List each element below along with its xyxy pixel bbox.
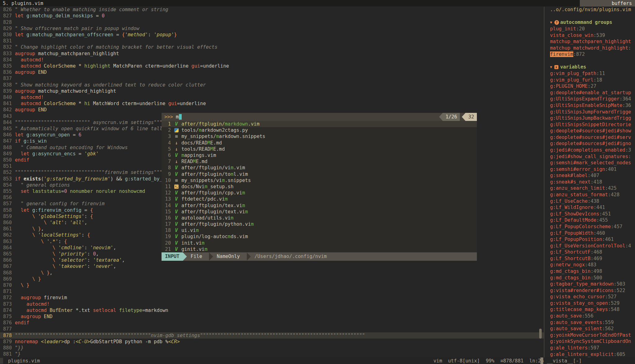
vista-tag-item[interactable]: g:UltiSnipsSnippetDirectorie bbox=[544, 121, 635, 128]
vista-tag-item[interactable]: g:PLUGIN_HOME:27 bbox=[544, 83, 635, 90]
editor-line[interactable]: 870 \ } bbox=[0, 282, 544, 288]
vista-tag-item[interactable]: g:deoplete#sources#jedi#igno bbox=[544, 140, 635, 147]
file-row[interactable]: 16Vautoload/utils.vim bbox=[162, 215, 477, 221]
editor-line[interactable]: 872 augroup firenvim bbox=[0, 295, 544, 301]
file-row[interactable]: 12Vafter/ftplugin/cpp.vim bbox=[162, 190, 477, 196]
vista-tag-item[interactable]: firenvim:872 bbox=[544, 51, 635, 58]
vista-tag-item[interactable]: g:auto_save:556 bbox=[544, 313, 635, 319]
chevron-down-icon[interactable]: ▼ bbox=[550, 65, 552, 69]
vista-tag-item[interactable]: g:UltiSnipsJumpBackwardTrigg bbox=[544, 115, 635, 122]
editor-line[interactable]: 830let g:matchup_matchparen_offscreen = … bbox=[0, 32, 544, 38]
vista-tag-item[interactable]: g:sneak#s_next:418 bbox=[544, 179, 635, 185]
editor-line[interactable]: 827let g:matchup_delim_noskips = 0 bbox=[0, 13, 544, 19]
file-row[interactable]: 15Vafter/ftplugin/text.vim bbox=[162, 209, 477, 215]
search-input[interactable]: m bbox=[176, 114, 179, 120]
vista-tag-item[interactable]: g:deoplete#sources#jedi#serv bbox=[544, 134, 635, 141]
vista-tag-item[interactable]: g:md_ctags_bin:500 bbox=[544, 274, 635, 281]
vista-tag-item[interactable]: g:Lf_DefaultMode:455 bbox=[544, 217, 635, 224]
editor-line[interactable]: 881"} bbox=[0, 351, 544, 357]
file-row[interactable]: 18Vui.vim bbox=[162, 227, 477, 233]
vista-tag-item[interactable]: g:ale_linters:597 bbox=[544, 345, 635, 351]
vista-tag-item[interactable]: g:Lf_PopupColorscheme:457 bbox=[544, 224, 635, 230]
editor-line[interactable]: 880"}} bbox=[0, 345, 544, 351]
editor-line[interactable]: 839augroup matchup_matchword_highlight bbox=[0, 88, 544, 94]
vista-tag-item[interactable]: g:Lf_PopupPosition:461 bbox=[544, 236, 635, 243]
vista-tag-item[interactable]: g:Lf_WildIgnore:441 bbox=[544, 204, 635, 211]
vista-tag-item[interactable]: g:deoplete#sources#jedi#show bbox=[544, 128, 635, 134]
vista-tag-item[interactable]: g:titlecase_map_keys:548 bbox=[544, 306, 635, 313]
vista-tag-item[interactable]: g:deoplete#enable_at_startup bbox=[544, 90, 635, 96]
file-row[interactable]: 5↓tools/README.md bbox=[162, 146, 477, 152]
vista-tag-item[interactable]: g:vim_plug_furl:18 bbox=[544, 77, 635, 83]
editor-line[interactable]: 842augroup END bbox=[0, 107, 544, 113]
file-row[interactable]: 19Vplugin/log-autocmds.vim bbox=[162, 233, 477, 240]
editor-line[interactable]: 869 \ } bbox=[0, 276, 544, 282]
file-row[interactable]: 4↓docs/README.md bbox=[162, 140, 477, 146]
file-row[interactable]: 8Vafter/ftplugin/vim.vim bbox=[162, 165, 477, 171]
editor-line[interactable]: 838" Show matching keyword as underlined… bbox=[0, 82, 544, 88]
tab-plugins-vim[interactable]: 5. plugins.vim bbox=[0, 1, 43, 6]
vista-tag-item[interactable]: g:auto_save_events:559 bbox=[544, 319, 635, 326]
vista-tag-item[interactable]: g:sneak#label:407 bbox=[544, 172, 635, 179]
editor-line[interactable]: 875 augroup END bbox=[0, 313, 544, 320]
vista-tag-item[interactable]: g:yoinkSyncSystemClipboardOn bbox=[544, 338, 635, 345]
file-row[interactable]: 10≡my_snippets/vim.snippets bbox=[162, 177, 477, 184]
vista-tag-item[interactable]: g:anzu_status_format:428 bbox=[544, 192, 635, 198]
vista-tag-item[interactable]: g:jedi#show_call_signatures: bbox=[544, 153, 635, 160]
leaderf-prompt[interactable]: >>> m 1/26 32 bbox=[162, 113, 477, 121]
editor-line[interactable]: 835 autocmd ColorScheme * highlight Matc… bbox=[0, 63, 544, 69]
vista-tag-item[interactable]: g:vista_echo_cursor:527 bbox=[544, 294, 635, 300]
editor-line[interactable]: 841 autocmd ColorScheme * hi MatchWord c… bbox=[0, 100, 544, 107]
editor-line[interactable]: 874 autocmd BufEnter *.txt setlocal file… bbox=[0, 307, 544, 313]
editor-line[interactable]: 878"""""""""""""""""""""""""""""""""""""… bbox=[0, 332, 544, 339]
vista-tag-item[interactable]: g:Lf_ShortcutF:468 bbox=[544, 249, 635, 255]
editor-line[interactable]: 836augroup END bbox=[0, 69, 544, 75]
vista-tag-item[interactable]: g:md_ctags_bin:498 bbox=[544, 268, 635, 275]
vista-tag-item[interactable]: g:Lf_UseCache:438 bbox=[544, 198, 635, 204]
file-row[interactable]: 17Vafter/ftplugin/python.vim bbox=[162, 221, 477, 227]
vista-tag-item[interactable]: g:UltiSnipsJumpForwardTrigge bbox=[544, 109, 635, 115]
vista-tag-item[interactable]: g:Lf_ShortcutB:469 bbox=[544, 255, 635, 262]
vista-tag-item[interactable]: g:jedi#completions_enabled:3 bbox=[544, 147, 635, 153]
vista-tag-item[interactable]: g:vista_stay_on_open:529 bbox=[544, 300, 635, 307]
editor-line[interactable]: 873 autocmd! bbox=[0, 301, 544, 307]
vista-tag-item[interactable]: g:vim_plug_fpath:11 bbox=[544, 70, 635, 77]
vista-tag-item[interactable]: matchup_matchparen_highlight bbox=[544, 38, 635, 45]
vista-tag-item[interactable]: g:semshi#error_sign:401 bbox=[544, 166, 635, 172]
editor-line[interactable]: 879nnoremap <leader>dp :<C-U>GdbStartPDB… bbox=[0, 339, 544, 345]
vista-section-header[interactable]: ▼?autocommand groups bbox=[544, 19, 635, 26]
file-row[interactable]: 2tools/markdown2ctags.py bbox=[162, 127, 477, 133]
chevron-down-icon[interactable]: ▼ bbox=[550, 20, 552, 24]
file-row[interactable]: 3≡my_snippets/markdown.snippets bbox=[162, 133, 477, 140]
tab-buffers[interactable]: buffers bbox=[580, 0, 635, 7]
editor-line[interactable]: 832" Change highlight color of matching … bbox=[0, 44, 544, 50]
vista-tag-item[interactable]: g:Lf_UseVersionControlTool:4 bbox=[544, 242, 635, 249]
file-row[interactable]: 1Vafter/ftplugin/markdown.vim bbox=[162, 121, 477, 127]
editor-line[interactable]: 871 bbox=[0, 288, 544, 295]
editor-line[interactable]: 867 \ 'takeover': 'never', bbox=[0, 263, 544, 269]
editor-line[interactable]: 828 bbox=[0, 19, 544, 25]
vista-tag-item[interactable]: g:UltiSnipsEnableSnipMate:36 bbox=[544, 102, 635, 109]
vista-tag-item[interactable]: vista_close_win:539 bbox=[544, 32, 635, 38]
vista-tag-item[interactable]: g:anzu_search_limit:425 bbox=[544, 185, 635, 192]
editor-line[interactable]: 834 autocmd! bbox=[0, 57, 544, 63]
vista-tag-item[interactable]: g:vista#renderer#icons:522 bbox=[544, 287, 635, 294]
editor-line[interactable]: 876endif bbox=[0, 320, 544, 326]
editor-line[interactable]: 829" Show offscreen match pair in popup … bbox=[0, 25, 544, 32]
file-row[interactable]: 13Vftdetect/pdc.vim bbox=[162, 196, 477, 202]
file-row[interactable]: 11>_docs/Nvim_setup.sh bbox=[162, 184, 477, 190]
editor-line[interactable]: 831 bbox=[0, 38, 544, 44]
vista-section-header[interactable]: ▼xvariables bbox=[544, 64, 635, 70]
editor-line[interactable]: 833augroup matchup_matchparen_highlight bbox=[0, 50, 544, 56]
vista-tag-item[interactable]: g:tagbar_type_markdown:503 bbox=[544, 281, 635, 287]
vista-tag-item[interactable]: g:UltiSnipsExpandTrigger:364 bbox=[544, 96, 635, 102]
editor-line[interactable]: 837 bbox=[0, 75, 544, 82]
file-row[interactable]: 9Vafter/ftplugin/toml.vim bbox=[162, 171, 477, 177]
file-row[interactable]: 6Vmappings.vim bbox=[162, 152, 477, 158]
editor-line[interactable]: 868 \ }, bbox=[0, 270, 544, 276]
editor-line[interactable]: 826" Whether to enable matching inside c… bbox=[0, 7, 544, 13]
vista-tag-item[interactable]: g:semshi#mark_selected_nodes bbox=[544, 160, 635, 166]
editor-line[interactable]: 877 bbox=[0, 326, 544, 332]
vista-tag-item[interactable]: g:auto_save_silent:562 bbox=[544, 326, 635, 332]
vista-tag-item[interactable]: g:netrw_nogx:483 bbox=[544, 262, 635, 268]
